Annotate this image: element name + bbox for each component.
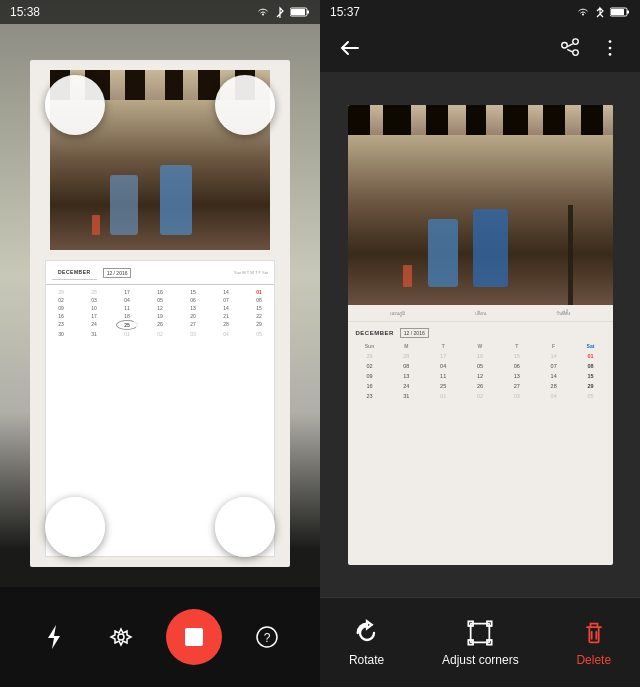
more-icon — [599, 37, 621, 59]
flash-button[interactable] — [32, 615, 76, 659]
delete-label: Delete — [576, 653, 611, 667]
svg-rect-2 — [307, 11, 309, 14]
preview-month: DECEMBER — [356, 330, 394, 336]
back-button[interactable] — [332, 30, 368, 66]
rotate-icon — [353, 619, 381, 647]
delete-button[interactable]: Delete — [560, 611, 627, 675]
back-arrow-icon — [338, 36, 362, 60]
battery-icon — [290, 7, 310, 17]
document-preview-area: แผนภูมิ เดือน วันที่ตั้ง DECEMBER 12 / 2… — [320, 72, 640, 597]
rotate-label: Rotate — [349, 653, 384, 667]
preview-year: 12 / 2016 — [400, 328, 429, 338]
right-wifi-icon — [576, 7, 590, 17]
adjust-corners-icon — [466, 619, 494, 647]
right-bluetooth-icon — [594, 6, 606, 18]
svg-rect-8 — [627, 11, 629, 14]
svg-point-9 — [609, 40, 612, 43]
share-button[interactable] — [552, 30, 588, 66]
adjust-corners-label: Adjust corners — [442, 653, 519, 667]
left-battery — [290, 7, 310, 17]
preview-label-row: แผนภูมิ เดือน วันที่ตั้ง — [348, 305, 613, 322]
right-battery-icon — [610, 7, 630, 17]
right-time: 15:37 — [330, 5, 360, 19]
svg-point-10 — [609, 47, 612, 50]
left-toolbar: ? — [0, 587, 320, 687]
corner-handle-bottom-left[interactable] — [45, 497, 105, 557]
corner-handle-top-right[interactable] — [215, 75, 275, 135]
help-icon: ? — [255, 625, 279, 649]
settings-icon — [109, 625, 133, 649]
svg-rect-1 — [291, 9, 305, 15]
left-panel: DECEMBER 12 / 2016 Sun M T W T F Sat 29 … — [0, 0, 320, 687]
right-top-nav — [320, 24, 640, 72]
svg-rect-7 — [611, 9, 624, 15]
svg-point-11 — [609, 53, 612, 56]
camera-view: DECEMBER 12 / 2016 Sun M T W T F Sat 29 … — [0, 0, 320, 687]
right-panel: 15:37 — [320, 0, 640, 687]
svg-text:?: ? — [263, 631, 270, 645]
bluetooth-icon — [274, 6, 286, 18]
delete-icon — [580, 619, 608, 647]
left-time: 15:38 — [10, 5, 40, 19]
help-button[interactable]: ? — [245, 615, 289, 659]
flash-icon — [43, 623, 65, 651]
adjust-corners-button[interactable]: Adjust corners — [426, 611, 535, 675]
capture-button[interactable] — [166, 609, 222, 665]
svg-point-3 — [118, 634, 124, 640]
corner-handle-top-left[interactable] — [45, 75, 105, 135]
preview-calendar: DECEMBER 12 / 2016 Sun M T W T F Sat — [348, 322, 613, 406]
wifi-icon — [256, 7, 270, 17]
preview-image — [348, 105, 613, 305]
settings-button[interactable] — [99, 615, 143, 659]
more-button[interactable] — [592, 30, 628, 66]
document-preview-inner: แผนภูมิ เดือน วันที่ตั้ง DECEMBER 12 / 2… — [348, 105, 613, 565]
left-status-icons — [256, 6, 310, 18]
center-guide-circle — [133, 286, 188, 341]
right-nav-icons — [552, 30, 628, 66]
right-toolbar: Rotate Adjust corners Delete — [320, 597, 640, 687]
right-status-bar: 15:37 — [320, 0, 640, 24]
right-status-icons — [576, 6, 630, 18]
left-status-bar: 15:38 — [0, 0, 320, 24]
rotate-button[interactable]: Rotate — [333, 611, 400, 675]
capture-stop-icon — [185, 628, 203, 646]
share-icon — [559, 37, 581, 59]
corner-handle-bottom-right[interactable] — [215, 497, 275, 557]
